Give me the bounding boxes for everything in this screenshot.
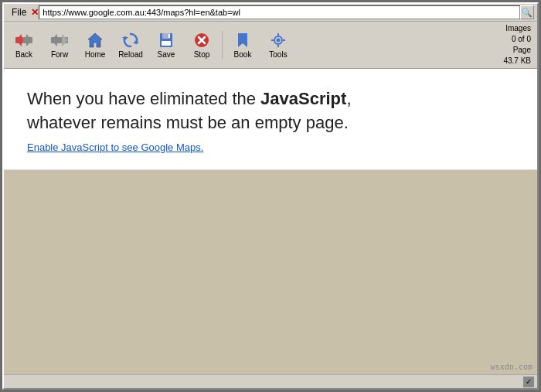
svg-rect-13 — [162, 41, 171, 46]
svg-marker-9 — [133, 40, 139, 43]
svg-marker-7 — [62, 34, 68, 46]
save-button[interactable]: Save — [149, 29, 183, 61]
headline-part1: When you have eliminated the — [27, 89, 260, 108]
back-label: Back — [15, 50, 32, 59]
content-lower — [4, 170, 537, 374]
back-button[interactable]: Back — [7, 29, 41, 61]
home-icon — [86, 31, 104, 49]
subline: whatever remains must be an empty page. — [27, 111, 514, 135]
headline-bold: JavaScript — [260, 89, 346, 108]
svg-marker-1 — [15, 34, 22, 46]
bookmarks-button[interactable]: Book — [226, 29, 260, 61]
toolbar: Back Forw Home — [4, 22, 537, 69]
reload-button[interactable]: Reload — [114, 29, 148, 61]
svg-marker-18 — [238, 33, 247, 47]
bookmarks-icon — [233, 31, 252, 49]
forward-button[interactable]: Forw — [43, 29, 77, 61]
address-bar[interactable] — [39, 5, 520, 19]
headline: When you have eliminated the JavaScript, — [27, 87, 514, 111]
svg-marker-3 — [26, 34, 32, 46]
svg-rect-14 — [168, 34, 170, 38]
enable-javascript-link[interactable]: Enable JavaScript to see Google Maps. — [27, 141, 203, 153]
back-icon — [15, 31, 33, 49]
tools-label: Tools — [269, 50, 287, 59]
home-label: Home — [85, 50, 106, 59]
forward-icon — [50, 31, 69, 49]
content-area: When you have eliminated the JavaScript,… — [4, 69, 537, 374]
tools-icon — [269, 31, 288, 49]
save-icon — [157, 31, 175, 49]
stop-x-icon[interactable]: ✕ — [31, 7, 39, 18]
info-panel: Images 0 of 0 Page 43.7 KB — [503, 23, 534, 66]
stop-button[interactable]: Stop — [185, 29, 219, 61]
page-label: Page — [513, 45, 531, 56]
save-label: Save — [158, 50, 175, 59]
headline-part2: , — [346, 89, 351, 108]
message-box: When you have eliminated the JavaScript,… — [4, 69, 537, 170]
file-menu[interactable]: File — [7, 6, 31, 19]
svg-marker-5 — [51, 34, 57, 46]
toolbar-separator — [222, 31, 223, 59]
tools-button[interactable]: Tools — [261, 29, 295, 61]
stop-label: Stop — [194, 50, 210, 59]
forward-label: Forw — [51, 50, 68, 59]
svg-point-24 — [277, 39, 281, 43]
search-button[interactable]: 🔍 — [520, 5, 534, 19]
menu-bar: File ✕ 🔍 — [4, 4, 537, 22]
svg-marker-8 — [88, 33, 102, 47]
bookmarks-label: Book — [234, 50, 252, 59]
browser-window: File ✕ 🔍 Back — [2, 2, 539, 390]
home-button[interactable]: Home — [78, 29, 112, 61]
stop-icon — [192, 31, 211, 49]
reload-label: Reload — [118, 50, 143, 59]
images-label: Images — [505, 23, 531, 34]
page-value: 43.7 KB — [503, 56, 531, 66]
images-value: 0 of 0 — [512, 34, 531, 45]
status-bar: ✓ — [4, 374, 537, 388]
watermark: wsxdn.com — [491, 363, 532, 371]
reload-icon — [121, 31, 140, 49]
svg-marker-10 — [122, 37, 128, 40]
status-icon[interactable]: ✓ — [523, 377, 534, 387]
